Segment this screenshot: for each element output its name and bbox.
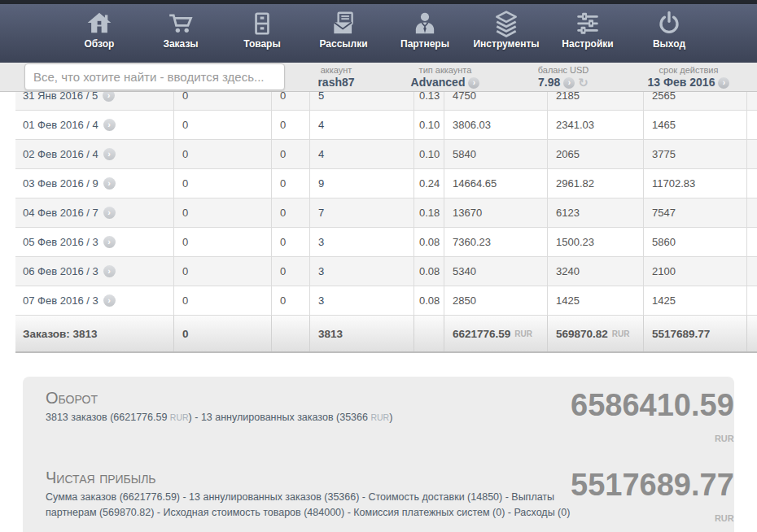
cell-cost: 3240 xyxy=(547,257,643,286)
nav-item-settings[interactable]: Настройки xyxy=(547,4,628,63)
cell-cost: 6123 xyxy=(547,198,643,227)
cell-sum: 5340 xyxy=(444,257,547,286)
chevron-right-icon[interactable]: › xyxy=(103,92,115,102)
summary-cell xyxy=(746,316,757,351)
nav-item-mailings[interactable]: Рассылки xyxy=(303,4,384,63)
cell-profit: 5860 xyxy=(643,228,746,256)
home-icon xyxy=(85,10,113,37)
account-value: rash87 xyxy=(317,76,354,89)
refresh-icon[interactable]: ↻ xyxy=(578,76,589,89)
cell-cost: 1425 xyxy=(547,286,643,315)
account-label: аккаунт xyxy=(288,65,384,76)
chevron-right-icon[interactable]: › xyxy=(103,119,116,131)
cart-icon xyxy=(167,10,195,37)
table-summary-row: Заказов: 3813 0 3813 6621776.59RUR 56987… xyxy=(15,316,757,353)
cell-zero1: 0 xyxy=(173,169,271,198)
cell-sum: 3806.03 xyxy=(444,111,547,139)
search-input[interactable] xyxy=(24,63,285,90)
cell-zero2: 0 xyxy=(271,92,309,110)
table-row: 04 Фев 2016 / 7›0070.181367061237547 xyxy=(15,198,757,228)
cell-ratio: 0.18 xyxy=(414,198,444,227)
chevron-right-icon[interactable]: › xyxy=(103,265,116,277)
net-profit-section: Чистая прибыль Сумма заказов (6621776.59… xyxy=(46,468,713,523)
cell-trailing xyxy=(746,286,757,315)
nav-item-products[interactable]: Товары xyxy=(221,4,303,63)
cell-trailing xyxy=(746,140,757,168)
chevron-right-icon[interactable]: › xyxy=(563,77,575,89)
date-link[interactable]: 06 Фев 2016 / 3› xyxy=(15,257,173,286)
turnover-section: Оборот 3813 заказов (6621776.59 RUR) - 1… xyxy=(46,388,713,443)
chevron-right-icon[interactable]: › xyxy=(103,148,116,160)
chevron-right-icon[interactable]: › xyxy=(103,207,116,219)
summary-cell xyxy=(271,316,309,351)
cell-zero2: 0 xyxy=(271,169,309,198)
cell-sum: 4750 xyxy=(444,92,547,110)
mail-document-icon xyxy=(330,10,357,37)
summary-sum: 6621776.59RUR xyxy=(444,316,547,351)
nav-item-logout[interactable]: Выход xyxy=(628,4,710,63)
balance-label: баланс USD xyxy=(506,65,620,76)
cell-profit: 2100 xyxy=(643,257,746,286)
nav-item-orders[interactable]: Заказы xyxy=(140,4,221,63)
nav-item-label: Рассылки xyxy=(319,38,367,50)
date-link[interactable]: 03 Фев 2016 / 9› xyxy=(15,169,173,198)
cell-zero2: 0 xyxy=(271,228,309,256)
date-link[interactable]: 04 Фев 2016 / 7› xyxy=(15,198,173,227)
turnover-description: 3813 заказов (6621776.59 RUR) - 13 аннул… xyxy=(46,410,571,425)
cell-sum: 13670 xyxy=(444,198,547,227)
chevron-right-icon[interactable]: › xyxy=(468,77,479,89)
chevron-right-icon[interactable]: › xyxy=(103,294,116,307)
cell-ratio: 0.10 xyxy=(414,111,444,139)
nav-item-overview[interactable]: Обзор xyxy=(59,4,140,63)
account-type-label: тип аккаунта xyxy=(384,65,506,76)
cell-sum: 14664.65 xyxy=(444,169,547,198)
account-info-bar: аккаунт rash87 тип аккаунта Advanced› ба… xyxy=(0,63,757,92)
nav-item-tools[interactable]: Инструменты xyxy=(466,4,547,63)
layers-icon xyxy=(492,10,520,37)
chevron-right-icon[interactable]: › xyxy=(103,236,116,248)
cell-ratio: 0.08 xyxy=(414,286,444,315)
expiry-field: срок действия 13 Фев 2016› xyxy=(620,63,757,91)
cell-sum: 2850 xyxy=(444,286,547,315)
net-profit-description: Сумма заказов (6621776.59) - 13 аннулиро… xyxy=(46,490,571,521)
cell-zero2: 0 xyxy=(271,286,309,315)
cell-count: 9 xyxy=(309,169,414,198)
chevron-right-icon[interactable]: › xyxy=(718,77,729,89)
summary-payout: 569870.82RUR xyxy=(547,316,643,351)
cell-zero1: 0 xyxy=(173,111,271,139)
cell-zero2: 0 xyxy=(271,198,309,227)
cell-count: 3 xyxy=(309,257,414,286)
person-icon xyxy=(411,10,439,37)
summary-cell: 0 xyxy=(173,316,271,351)
summary-cell xyxy=(414,316,444,351)
cell-profit: 2565 xyxy=(643,92,746,110)
cell-ratio: 0.13 xyxy=(414,92,444,110)
date-link[interactable]: 01 Фев 2016 / 4› xyxy=(15,111,173,139)
cell-ratio: 0.24 xyxy=(414,169,444,198)
turnover-title: Оборот xyxy=(46,388,571,408)
chevron-right-icon[interactable]: › xyxy=(103,177,116,190)
date-link[interactable]: 02 Фев 2016 / 4› xyxy=(15,140,173,168)
date-link[interactable]: 07 Фев 2016 / 3› xyxy=(15,286,173,315)
nav-item-label: Инструменты xyxy=(473,38,539,50)
nav-item-partners[interactable]: Партнеры xyxy=(384,4,466,63)
cell-count: 7 xyxy=(309,198,414,227)
cell-zero2: 0 xyxy=(271,111,309,139)
cell-trailing xyxy=(746,111,757,139)
table-row: 02 Фев 2016 / 4›0040.10584020653775 xyxy=(15,140,757,169)
expiry-label: срок действия xyxy=(620,65,757,76)
cell-zero1: 0 xyxy=(173,257,271,286)
cell-ratio: 0.08 xyxy=(414,257,444,286)
cell-profit: 7547 xyxy=(643,198,746,227)
table-row: 31 Янв 2016 / 5›0050.13475021852565 xyxy=(15,92,757,111)
net-profit-title: Чистая прибыль xyxy=(46,468,571,487)
cabinet-icon xyxy=(248,10,276,37)
cell-count: 3 xyxy=(309,286,414,315)
cell-trailing xyxy=(746,257,757,286)
cell-trailing xyxy=(746,198,757,227)
net-profit-total-value: 5517689.77 xyxy=(571,469,734,500)
date-link[interactable]: 05 Фев 2016 / 3› xyxy=(15,228,173,256)
date-link[interactable]: 31 Янв 2016 / 5› xyxy=(15,92,173,110)
balance-field: баланс USD 7.98›↻ xyxy=(506,63,620,91)
cell-cost: 2341.03 xyxy=(547,111,643,139)
